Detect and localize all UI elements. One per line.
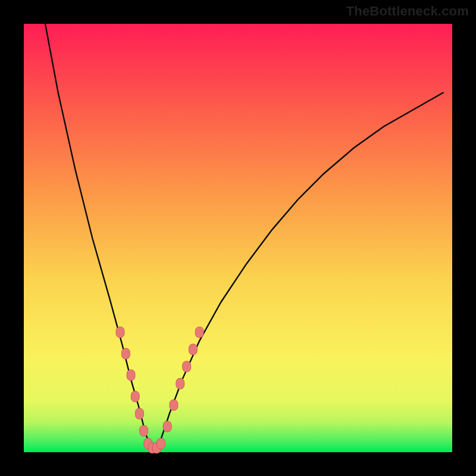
curve-marker (135, 408, 143, 419)
curve-layer (24, 24, 452, 452)
chart-frame: TheBottleneck.com (0, 0, 476, 476)
curve-marker (183, 361, 191, 372)
curve-marker (156, 439, 165, 449)
curve-marker (140, 425, 148, 436)
curve-marker (127, 369, 135, 380)
curve-marker (170, 400, 178, 411)
curve-marker (195, 327, 203, 337)
bottleneck-curve (45, 24, 444, 448)
plot-background (24, 24, 452, 452)
curve-marker (116, 327, 124, 337)
curve-marker (163, 421, 171, 432)
curve-markers (116, 327, 203, 453)
curve-marker (189, 344, 197, 355)
watermark: TheBottleneck.com (346, 4, 469, 19)
curve-marker (176, 378, 184, 389)
curve-marker (121, 348, 130, 359)
curve-marker (131, 391, 139, 402)
